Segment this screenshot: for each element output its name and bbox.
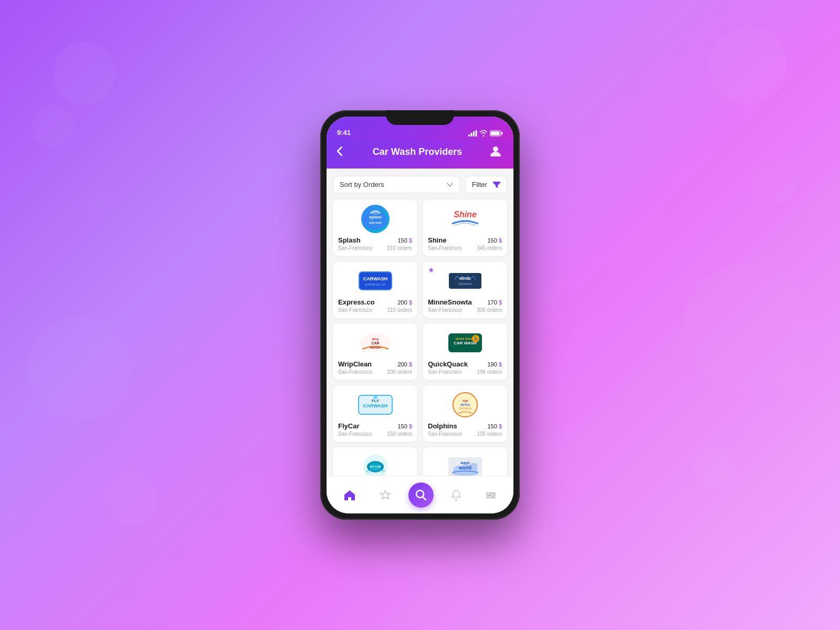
provider-card-minne[interactable]: ★ MINNE SNOWTA MinneSnowta 170 $ [423, 261, 507, 318]
provider-logo-minne: MINNE SNOWTA [447, 268, 484, 294]
battery-icon [490, 130, 503, 136]
nav-notifications[interactable] [445, 486, 468, 504]
svg-text:CAR WASH: CAR WASH [454, 341, 477, 345]
sort-dropdown[interactable]: Sort by Orders [333, 176, 460, 193]
provider-logo-washworld: wash world [447, 454, 484, 476]
svg-text:CAR WASH: CAR WASH [459, 407, 471, 410]
provider-logo-shine: Shine by me [447, 206, 484, 232]
svg-rect-0 [468, 134, 470, 136]
sort-label: Sort by Orders [340, 181, 384, 188]
provider-name-wrip: WripClean [338, 360, 372, 368]
provider-price-flycar: 150 $ [397, 423, 412, 429]
provider-orders-flycar: 150 orders [387, 431, 412, 437]
provider-card-washworld[interactable]: wash world WashWorld 200 $ San-Francisco… [423, 447, 507, 476]
provider-info-express: Express.co 200 $ [338, 298, 412, 306]
star-icon [380, 489, 391, 501]
provider-price-quick: 190 $ [487, 361, 502, 368]
nav-settings[interactable] [479, 486, 503, 504]
provider-card-shine[interactable]: Shine by me Shine 150 $ San-Francisco 34… [423, 200, 507, 256]
provider-info-splash: Splash 150 $ [338, 236, 412, 244]
provider-price-wrip: 200 $ [397, 361, 412, 368]
svg-text:FLY: FLY [371, 398, 379, 403]
provider-name-splash: Splash [338, 236, 361, 244]
provider-location-minne: San-Francisco [428, 307, 461, 313]
profile-button[interactable] [488, 144, 503, 160]
content-area: Sort by Orders Filter [327, 169, 513, 476]
provider-price-express: 200 $ [397, 299, 412, 306]
provider-price-minne: 170 $ [487, 299, 502, 306]
svg-point-49 [488, 492, 490, 494]
status-icons [468, 130, 503, 136]
bottom-nav [327, 476, 513, 513]
svg-point-51 [489, 496, 491, 498]
provider-info-minne: MinneSnowta 170 $ [428, 298, 502, 306]
chevron-down-icon [447, 183, 453, 187]
provider-logo-splash: splash auto wash [357, 206, 394, 232]
provider-name-flycar: FlyCar [338, 422, 359, 430]
provider-name-express: Express.co [338, 298, 374, 306]
svg-text:SNOWTA: SNOWTA [458, 282, 472, 286]
svg-rect-5 [491, 132, 500, 135]
svg-text:EXPRESS.CO: EXPRESS.CO [365, 283, 385, 286]
provider-price-dolphins: 150 $ [487, 423, 502, 429]
svg-text:🦆: 🦆 [473, 336, 478, 341]
provider-info-flycar: FlyCar 150 $ [338, 422, 412, 430]
svg-text:world: world [458, 465, 471, 470]
filter-button[interactable]: Filter [465, 176, 507, 193]
phone-frame: 9:41 [320, 110, 520, 520]
page-title: Car Wash Providers [346, 146, 488, 158]
svg-rect-3 [476, 130, 477, 136]
provider-info-wrip: WripClean 200 $ [338, 360, 412, 368]
svg-text:TOP: TOP [462, 400, 468, 403]
provider-name-dolphins: Dolphins [428, 422, 457, 430]
svg-text:CARWASH: CARWASH [363, 403, 387, 408]
provider-card-express[interactable]: CARWASH EXPRESS.CO Express.co 200 $ San-… [333, 261, 417, 318]
svg-text:CARWASH: CARWASH [363, 276, 387, 281]
nav-favorites[interactable] [373, 486, 397, 504]
svg-text:wash: wash [460, 461, 470, 465]
provider-logo-express: CARWASH EXPRESS.CO [357, 268, 394, 294]
provider-card-splash[interactable]: splash auto wash Splash 150 $ San-Franci… [333, 200, 417, 256]
svg-text:Shine: Shine [454, 210, 477, 219]
provider-logo-mycar: MY CAR [357, 454, 394, 476]
provider-logo-wrip: Wrip CAR WASH [357, 330, 394, 356]
svg-text:splash: splash [369, 215, 382, 219]
provider-card-dolphins[interactable]: TOP NOTCH CAR WASH Dolphins 150 $ San-Fr… [423, 385, 507, 442]
provider-name-minne: MinneSnowta [428, 298, 472, 306]
svg-text:NOTCH: NOTCH [460, 404, 470, 406]
svg-point-7 [493, 146, 498, 152]
provider-name-quick: QuickQuack [428, 360, 468, 368]
provider-card-quick[interactable]: Quick Quack CAR WASH 🦆 QuickQuack 190 $ … [423, 323, 507, 380]
svg-point-50 [492, 494, 494, 496]
provider-price-shine: 150 $ [487, 237, 502, 244]
provider-card-flycar[interactable]: FLY CARWASH FlyCar 150 $ San-Francisco 1… [333, 385, 417, 442]
provider-location-shine: San-Francisco [428, 245, 461, 251]
back-button[interactable] [337, 145, 346, 159]
filter-icon [493, 182, 500, 188]
nav-home[interactable] [337, 486, 362, 504]
provider-card-mycar[interactable]: MY CAR MyCar 180 $ San-Francisco 120 ord… [333, 447, 417, 476]
provider-card-wrip[interactable]: Wrip CAR WASH WripClean 200 $ San-Franci… [333, 323, 417, 380]
wifi-icon [479, 130, 488, 136]
provider-info-shine: Shine 150 $ [428, 236, 502, 244]
provider-orders-dolphins: 100 orders [477, 431, 502, 437]
svg-text:MY CAR: MY CAR [370, 465, 381, 468]
provider-orders-wrip: 200 orders [387, 369, 412, 375]
svg-rect-18 [449, 273, 481, 289]
provider-orders-express: 310 orders [387, 307, 412, 313]
provider-location-express: San-Francisco [338, 307, 372, 313]
nav-search-button[interactable] [408, 482, 434, 508]
svg-rect-2 [473, 131, 475, 136]
provider-location-flycar: San-Francisco [338, 431, 372, 437]
provider-logo-flycar: FLY CARWASH [357, 392, 394, 418]
provider-location-wrip: San-Francisco [338, 369, 372, 375]
star-badge-minne: ★ [428, 266, 435, 274]
provider-info-quick: QuickQuack 190 $ [428, 360, 502, 368]
app-header: Car Wash Providers [327, 140, 513, 169]
provider-info-dolphins: Dolphins 150 $ [428, 422, 502, 430]
svg-rect-1 [471, 133, 472, 136]
svg-rect-6 [501, 132, 503, 135]
status-time: 9:41 [337, 129, 351, 136]
provider-orders-splash: 310 orders [387, 245, 412, 251]
svg-text:CAR: CAR [371, 341, 379, 345]
